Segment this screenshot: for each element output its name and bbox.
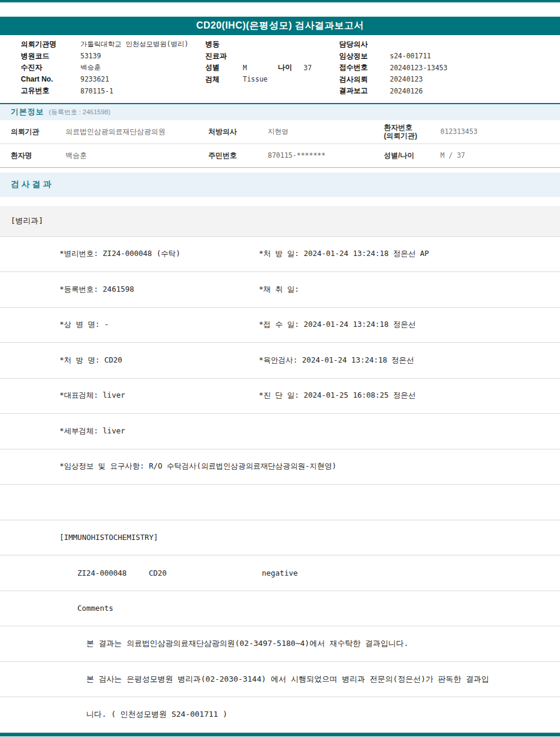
header-field-value: 53139 — [80, 52, 101, 60]
basic-info-band: 기본정보 (등록번호 : 2461598) — [0, 104, 560, 120]
result-row-left: *대표검체: liver — [60, 391, 259, 401]
header-field-value: 9233621 — [80, 75, 109, 83]
header-col-right: 담당의사 임상정보 s24-001711 접수번호 20240123-13453… — [339, 39, 560, 97]
spacer — [0, 168, 560, 173]
header-field-label: 병동 — [205, 39, 243, 49]
footnote-row: 니다. ( 인천성모병원 S24-001711 ) — [0, 697, 560, 733]
header-field-sex-age: 성별 M 나이 37 — [205, 62, 339, 74]
field-label: 의뢰기관 — [0, 127, 65, 137]
basic-info-row: 의뢰기관 의료법인삼광의료재단삼광의원 처방의사 지현영 환자번호 (의뢰기관)… — [0, 120, 560, 144]
header-field: 담당의사 — [339, 39, 560, 51]
field-value: 백승훈 — [65, 151, 208, 161]
header-field-label: 검체 — [205, 74, 243, 85]
basic-info-row: 환자명 백승훈 주민번호 870115-******* 성별/나이 M / 37 — [0, 144, 560, 168]
field-value: 지현영 — [268, 127, 384, 136]
header-field: 수진자 백승훈 — [21, 62, 205, 74]
header-field-label: 성별 — [205, 63, 243, 73]
header-col-middle: 병동 진료과 성별 M 나이 37 검체 Tissue — [205, 39, 339, 97]
field-value: 870115-******* — [268, 151, 384, 160]
header-field: 진료과 — [205, 51, 339, 63]
header-field-value: 20240123-13453 — [390, 64, 448, 72]
department-label: [병리과] — [11, 216, 43, 226]
field-label: 처방의사 — [208, 127, 268, 137]
header-field-value: 37 — [304, 64, 312, 72]
report-title-bar: CD20(IHC)(은평성모) 검사결과보고서 — [0, 17, 560, 35]
basic-info-heading: 기본정보 — [11, 107, 44, 117]
basic-info-reg-no: (등록번호 : 2461598) — [49, 108, 110, 117]
result-row-left: *처 방 명: CD20 — [60, 355, 259, 366]
header-field-value: 가톨릭대학교 인천성모병원(병리) — [80, 40, 189, 49]
field-label: 성별/나이 — [384, 151, 440, 161]
header-field-value: 20240126 — [390, 87, 423, 95]
result-detail-row: *상 병 명: - *접 수 일: 2024-01-24 13:24:18 정은… — [0, 308, 560, 343]
footnote-line: 본 결과는 의료법인삼광의료재단삼광의원(02-3497-5180~4)에서 재… — [86, 638, 408, 649]
result-row-right: *처 방 일: 2024-01-24 13:24:18 정은선 AP — [259, 249, 560, 259]
results-band: 검 사 결 과 — [0, 173, 560, 197]
header-field: Chart No. 9233621 — [21, 74, 205, 86]
header-field: 검사의뢰 20240123 — [339, 74, 560, 86]
footnote-line: 본 검사는 은평성모병원 병리과(02-2030-3144) 에서 시행되었으며… — [86, 674, 489, 685]
result-detail-row: *대표검체: liver *진 단 일: 2024-01-25 16:08:25… — [0, 379, 560, 414]
result-row-right: *채 취 일: — [259, 285, 560, 295]
comments-row: Comments — [0, 591, 560, 627]
comments-label: Comments — [77, 604, 113, 613]
header-field: 병원코드 53139 — [21, 51, 205, 63]
bottom-rule — [0, 733, 560, 736]
footnote-row: 본 검사는 은평성모병원 병리과(02-2030-3144) 에서 시행되었으며… — [0, 662, 560, 698]
header-field: 병동 — [205, 39, 339, 51]
header-field-label: 수진자 — [21, 63, 80, 73]
header-field-value: M — [243, 64, 278, 72]
header-field: 검체 Tissue — [205, 74, 339, 86]
result-row-left: *상 병 명: - — [60, 320, 259, 330]
result-detail-row: *병리번호: ZI24-000048 (수탁) *처 방 일: 2024-01-… — [0, 237, 560, 273]
field-label: 환자번호 (의뢰기관) — [384, 123, 440, 140]
result-row-left: *등록번호: 2461598 — [60, 285, 259, 295]
header-field-label: 나이 — [278, 63, 304, 73]
header-field-label: 접수번호 — [339, 63, 390, 73]
header-field-label: 검사의뢰 — [339, 74, 390, 85]
header-field-label: 임상정보 — [339, 51, 390, 61]
field-value: 012313453 — [440, 127, 560, 136]
field-label: 주민번호 — [208, 151, 268, 161]
header-field: 임상정보 s24-001711 — [339, 51, 560, 63]
footnote-line: 니다. ( 인천성모병원 S24-001711 ) — [86, 709, 227, 720]
results-heading: 검 사 결 과 — [11, 179, 51, 190]
field-value: M / 37 — [440, 151, 560, 160]
header-field: 고유번호 870115-1 — [21, 85, 205, 97]
immuno-section-row: [IMMUNOHISTOCHEMISTRY] — [0, 520, 560, 556]
header-field: 의뢰기관명 가톨릭대학교 인천성모병원(병리) — [21, 39, 205, 51]
result-row-right: *접 수 일: 2024-01-24 13:24:18 정은선 — [259, 320, 560, 330]
footnote-row: 본 결과는 의료법인삼광의료재단삼광의원(02-3497-5180~4)에서 재… — [0, 626, 560, 662]
report-page: CD20(IHC)(은평성모) 검사결과보고서 의뢰기관명 가톨릭대학교 인천성… — [0, 0, 560, 736]
result-row-right: *육안검사: 2024-01-24 13:24:18 정은선 — [259, 355, 560, 366]
report-title: CD20(IHC)(은평성모) 검사결과보고서 — [196, 20, 364, 32]
empty-row — [0, 485, 560, 520]
result-detail-row: *임상정보 및 요구사항: R/O 수탁검사(의료법인삼광의료재단삼광의원-지현… — [0, 449, 560, 485]
header-field: 결과보고 20240126 — [339, 85, 560, 97]
header-field-value: s24-001711 — [390, 52, 431, 60]
field-label: 환자명 — [0, 151, 65, 161]
field-value: 의료법인삼광의료재단삼광의원 — [65, 127, 208, 137]
title-gap — [0, 2, 560, 17]
header-field-label: 결과보고 — [339, 86, 390, 96]
result-row-left: *세부검체: liver — [60, 426, 259, 436]
header-field-label: 진료과 — [205, 51, 243, 61]
spacer — [0, 197, 560, 206]
header-field-value: 870115-1 — [80, 87, 113, 95]
header-info: 의뢰기관명 가톨릭대학교 인천성모병원(병리) 병원코드 53139 수진자 백… — [0, 35, 560, 103]
immuno-section-title: [IMMUNOHISTOCHEMISTRY] — [60, 533, 158, 542]
result-detail-row: *세부검체: liver — [0, 414, 560, 449]
result-line-row: ZI24-000048 CD20 negative — [0, 555, 560, 591]
header-field-value: Tissue — [243, 75, 268, 83]
department-band: [병리과] — [0, 206, 560, 237]
result-row-right: *진 단 일: 2024-01-25 16:08:25 정은선 — [259, 391, 560, 401]
header-field-value: 백승훈 — [80, 63, 101, 72]
header-field-value: 20240123 — [390, 75, 423, 83]
header-field: 접수번호 20240123-13453 — [339, 62, 560, 74]
result-value: negative — [262, 569, 560, 577]
header-field-label: Chart No. — [21, 75, 80, 83]
result-detail-row: *등록번호: 2461598 *채 취 일: — [0, 272, 560, 308]
field-label-line: 환자번호 — [384, 123, 440, 132]
result-specimen-id: ZI24-000048 — [77, 569, 149, 577]
header-field-label: 담당의사 — [339, 39, 390, 49]
